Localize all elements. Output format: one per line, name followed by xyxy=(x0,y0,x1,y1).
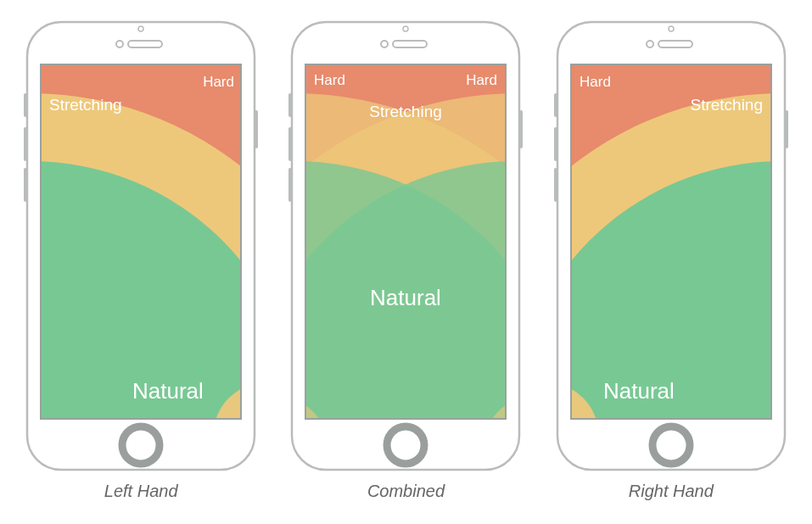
label-hard-right: Hard xyxy=(467,72,498,88)
right-hand-column: Hard Stretching Natural Right Hand xyxy=(552,17,790,501)
phone-left: Hard Stretching Natural xyxy=(22,17,260,475)
mute-switch xyxy=(24,93,27,117)
label-hard: Hard xyxy=(203,74,234,90)
screen-right: Hard Stretching Natural xyxy=(552,64,790,475)
caption-combined: Combined xyxy=(367,482,445,501)
label-natural: Natural xyxy=(603,378,675,404)
caption-right: Right Hand xyxy=(629,482,714,501)
left-hand-column: Hard Stretching Natural Left Hand xyxy=(22,17,260,501)
volume-up xyxy=(288,127,292,161)
volume-down xyxy=(288,168,292,202)
phone-right: Hard Stretching Natural xyxy=(552,17,790,475)
label-stretching: Stretching xyxy=(370,103,443,120)
combined-column: Hard Hard Stretching Natural Combined xyxy=(287,17,524,501)
caption-left: Left Hand xyxy=(104,482,178,501)
label-stretching: Stretching xyxy=(49,96,122,114)
label-hard: Hard xyxy=(580,74,611,90)
label-stretching: Stretching xyxy=(690,96,763,114)
mute-switch xyxy=(288,93,292,117)
phone-combined: Hard Hard Stretching Natural xyxy=(287,17,524,475)
screen-combined: Hard Hard Stretching Natural xyxy=(287,64,524,475)
screen-left: Hard Stretching Natural xyxy=(22,64,260,475)
power-button xyxy=(255,110,258,148)
label-natural: Natural xyxy=(132,378,204,404)
volume-down xyxy=(24,168,27,202)
volume-up xyxy=(554,127,557,161)
label-hard-left: Hard xyxy=(314,72,345,88)
label-natural: Natural xyxy=(371,285,442,310)
mute-switch xyxy=(554,93,557,117)
power-button xyxy=(519,110,523,148)
volume-down xyxy=(554,168,557,202)
volume-up xyxy=(24,127,27,161)
power-button xyxy=(785,110,788,148)
